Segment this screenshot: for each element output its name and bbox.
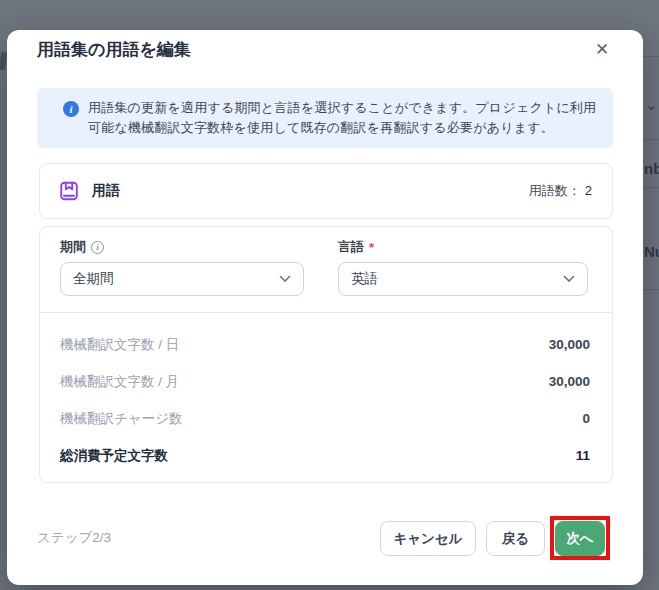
terms-count-label: 用語数： (529, 183, 581, 198)
stat-row-monthly-chars: 機械翻訳文字数 / 月 30,000 (40, 363, 612, 400)
info-banner-text: 用語集の更新を適用する期間と言語を選択することができます。プロジェクトに利用可能… (88, 98, 597, 138)
cancel-button[interactable]: キャンセル (380, 521, 476, 556)
background-table-line (643, 187, 659, 188)
step-indicator: ステップ2/3 (37, 529, 111, 547)
background-table-fragment: Nu (644, 243, 659, 260)
stat-label: 機械翻訳文字数 / 月 (60, 373, 179, 391)
settings-card: 期間 i 言語 * 全期間 英語 機械翻訳文字数 / 日 30,000 (39, 226, 613, 483)
language-select[interactable]: 英語 (338, 262, 588, 296)
stat-row-total-planned-chars: 総消費予定文字数 11 (40, 437, 612, 474)
background-table-line (643, 289, 659, 290)
terms-count-value: 2 (585, 183, 592, 198)
stat-label: 機械翻訳文字数 / 日 (60, 336, 179, 354)
edit-glossary-terms-dialog: 用語集の用語を編集 ✕ i 用語集の更新を適用する期間と言語を選択することができ… (7, 30, 643, 585)
background-chevron-icon: ⌄ (645, 96, 658, 114)
glossary-book-icon (58, 180, 80, 202)
period-hint-icon[interactable]: i (91, 241, 104, 254)
chevron-down-icon (279, 275, 291, 283)
terms-count: 用語数：2 (529, 182, 592, 200)
background-table-line (643, 56, 659, 57)
stat-value: 11 (576, 448, 590, 463)
stat-label: 総消費予定文字数 (60, 447, 168, 465)
period-label-text: 期間 (60, 238, 86, 256)
period-select[interactable]: 全期間 (60, 262, 304, 296)
terms-summary-card: 用語 用語数：2 (39, 163, 613, 219)
background-table-line (643, 139, 659, 140)
stat-value: 30,000 (549, 374, 590, 389)
language-label-text: 言語 (338, 238, 364, 256)
stat-label: 機械翻訳チャージ数 (60, 410, 182, 428)
terms-card-title: 用語 (92, 182, 120, 200)
required-asterisk: * (369, 240, 374, 255)
close-icon[interactable]: ✕ (589, 36, 615, 62)
period-select-value: 全期間 (73, 270, 114, 288)
language-select-value: 英語 (351, 270, 378, 288)
period-field-label: 期間 i (60, 238, 104, 256)
info-banner: i 用語集の更新を適用する期間と言語を選択することができます。プロジェクトに利用… (37, 88, 613, 148)
next-button[interactable]: 次へ (555, 521, 605, 556)
background-table-fragment: nb (644, 160, 659, 177)
quota-stats-list: 機械翻訳文字数 / 日 30,000 機械翻訳文字数 / 月 30,000 機械… (40, 313, 612, 474)
stat-row-mt-charges: 機械翻訳チャージ数 0 (40, 400, 612, 437)
stat-value: 0 (582, 411, 590, 426)
back-button[interactable]: 戻る (486, 521, 545, 556)
dialog-title: 用語集の用語を編集 (37, 38, 191, 62)
stat-value: 30,000 (549, 337, 590, 352)
info-icon: i (63, 101, 79, 117)
chevron-down-icon (563, 275, 575, 283)
language-field-label: 言語 * (338, 238, 374, 256)
stat-row-daily-chars: 機械翻訳文字数 / 日 30,000 (40, 326, 612, 363)
